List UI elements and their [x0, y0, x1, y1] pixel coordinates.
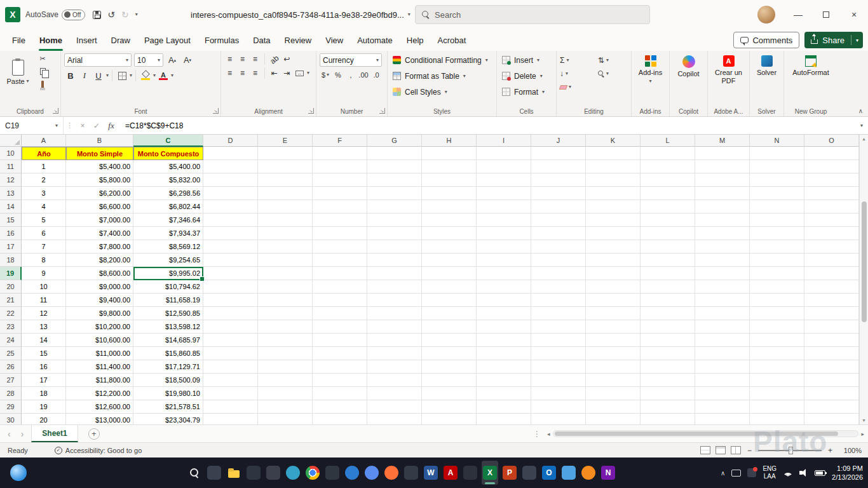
row-header-15[interactable]: 15	[0, 214, 22, 227]
borders-chevron[interactable]: ▾	[130, 73, 132, 78]
maximize-button[interactable]	[812, 0, 840, 29]
cell-F15[interactable]	[313, 214, 367, 227]
taskbar-icon-app-dark-4[interactable]	[403, 461, 419, 485]
cell-M19[interactable]	[695, 267, 750, 280]
cell-B11[interactable]: $5,400.00	[66, 160, 133, 173]
cell-J19[interactable]	[531, 267, 586, 280]
row-header-13[interactable]: 13	[0, 187, 22, 200]
col-header-A[interactable]: A	[22, 135, 66, 147]
cell-L30[interactable]	[641, 414, 695, 424]
cell-N22[interactable]	[750, 307, 804, 320]
cell-J14[interactable]	[531, 200, 586, 214]
comments-button[interactable]: Comments	[733, 32, 799, 48]
cell-F20[interactable]	[313, 280, 367, 294]
taskbar-icon-search[interactable]	[186, 461, 203, 485]
cell-A12[interactable]: 2	[22, 173, 66, 187]
search-box[interactable]: Search	[415, 5, 650, 24]
menu-tab-acrobat[interactable]: Acrobat	[431, 31, 473, 51]
cell-O26[interactable]	[804, 360, 859, 374]
cell-D17[interactable]	[203, 240, 258, 254]
taskbar-icon-app-dark-6[interactable]	[521, 461, 538, 485]
zoom-slider-thumb[interactable]	[789, 447, 793, 454]
autosave-toggle[interactable]: Off	[62, 10, 85, 20]
format-as-table-button[interactable]: Format as Table ▾	[391, 69, 493, 83]
menu-tab-automate[interactable]: Automate	[350, 31, 400, 51]
enter-button[interactable]: ✓	[90, 121, 104, 130]
cell-O12[interactable]	[804, 173, 859, 187]
cell-E10[interactable]	[258, 147, 313, 160]
cell-I20[interactable]	[477, 280, 531, 294]
cell-H28[interactable]	[422, 387, 477, 400]
share-button[interactable]: Share ▾	[804, 32, 863, 48]
cell-F16[interactable]	[313, 227, 367, 240]
collapse-ribbon-chevron[interactable]: ∧	[858, 107, 863, 114]
taskbar-icon-photos[interactable]	[363, 461, 380, 485]
paste-button[interactable]: Paste▾	[3, 58, 32, 85]
cell-E28[interactable]	[258, 387, 313, 400]
cell-G14[interactable]	[367, 200, 422, 214]
cell-F19[interactable]	[313, 267, 367, 280]
cell-L25[interactable]	[641, 347, 695, 360]
create-pdf-button[interactable]: A Crear un PDF	[711, 53, 746, 85]
cell-F18[interactable]	[313, 254, 367, 267]
cell-O17[interactable]	[804, 240, 859, 254]
cell-G30[interactable]	[367, 414, 422, 424]
cell-K28[interactable]	[586, 387, 641, 400]
cell-G13[interactable]	[367, 187, 422, 200]
cell-L14[interactable]	[641, 200, 695, 214]
decrease-indent-button[interactable]: ⇤	[269, 68, 280, 79]
cell-F14[interactable]	[313, 200, 367, 214]
col-header-J[interactable]: J	[531, 135, 586, 147]
cell-C21[interactable]: $11,658.19	[133, 294, 203, 307]
number-dialog-launcher[interactable]	[379, 108, 385, 114]
row-header-16[interactable]: 16	[0, 227, 22, 240]
cell-I12[interactable]	[477, 173, 531, 187]
cell-K25[interactable]	[586, 347, 641, 360]
excel-app-icon[interactable]: X	[5, 7, 20, 22]
increase-decimal-button[interactable]: .00	[358, 69, 369, 81]
cell-G11[interactable]	[367, 160, 422, 173]
battery-icon[interactable]	[815, 470, 825, 476]
cell-D11[interactable]	[203, 160, 258, 173]
cell-K19[interactable]	[586, 267, 641, 280]
wrap-text-button[interactable]: ↩	[281, 54, 292, 65]
cell-D24[interactable]	[203, 334, 258, 347]
scroll-right-arrow[interactable]: ▸	[861, 431, 864, 437]
cell-L19[interactable]	[641, 267, 695, 280]
format-cells-button[interactable]: Format ▾	[500, 85, 553, 98]
cell-L10[interactable]	[641, 147, 695, 160]
zoom-slider[interactable]	[758, 450, 822, 451]
cell-C23[interactable]: $13,598.12	[133, 320, 203, 334]
cell-N25[interactable]	[750, 347, 804, 360]
cell-K29[interactable]	[586, 400, 641, 414]
cell-I28[interactable]	[477, 387, 531, 400]
taskbar-icon-acrobat[interactable]: A	[442, 461, 459, 485]
wifi-icon[interactable]	[783, 470, 793, 477]
cell-G25[interactable]	[367, 347, 422, 360]
cell-D30[interactable]	[203, 414, 258, 424]
cell-B29[interactable]: $12,600.00	[66, 400, 133, 414]
menu-tab-review[interactable]: Review	[278, 31, 319, 51]
cell-L21[interactable]	[641, 294, 695, 307]
cell-E24[interactable]	[258, 334, 313, 347]
cell-L17[interactable]	[641, 240, 695, 254]
cell-A19[interactable]: 9	[22, 267, 66, 280]
cell-L16[interactable]	[641, 227, 695, 240]
cell-C20[interactable]: $10,794.62	[133, 280, 203, 294]
cell-O13[interactable]	[804, 187, 859, 200]
cell-A22[interactable]: 12	[22, 307, 66, 320]
horizontal-scroll-track[interactable]	[553, 430, 859, 437]
cell-L13[interactable]	[641, 187, 695, 200]
cell-E26[interactable]	[258, 360, 313, 374]
cell-K17[interactable]	[586, 240, 641, 254]
cell-M27[interactable]	[695, 374, 750, 387]
taskbar-icon-chrome[interactable]	[304, 461, 321, 485]
cell-M22[interactable]	[695, 307, 750, 320]
cell-C24[interactable]: $14,685.97	[133, 334, 203, 347]
cell-C26[interactable]: $17,129.71	[133, 360, 203, 374]
cell-H17[interactable]	[422, 240, 477, 254]
font-name-combo[interactable]: Arial▾	[64, 53, 132, 67]
cell-E17[interactable]	[258, 240, 313, 254]
cell-K23[interactable]	[586, 320, 641, 334]
menu-tab-formulas[interactable]: Formulas	[198, 31, 246, 51]
